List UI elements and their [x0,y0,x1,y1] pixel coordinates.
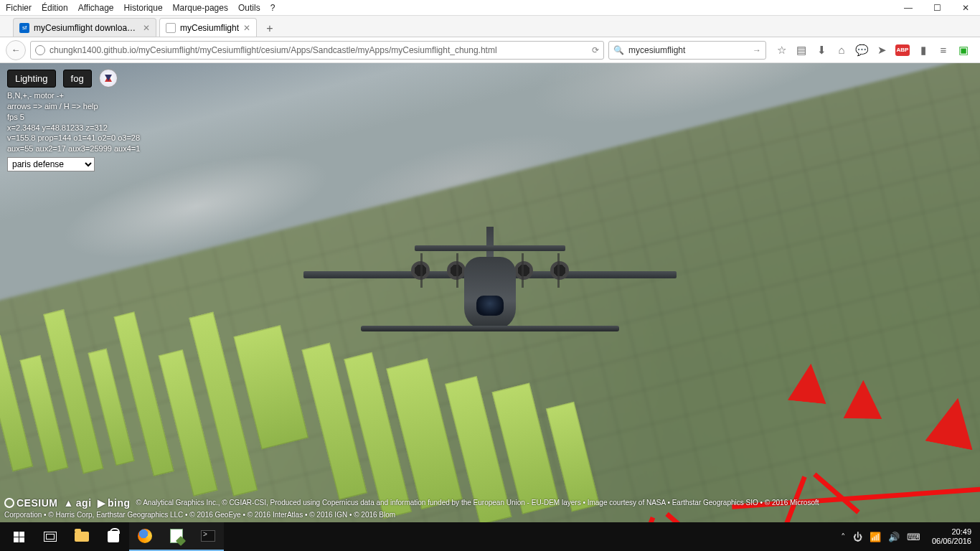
fog-button[interactable]: fog [63,70,92,88]
menu-help[interactable]: ? [270,3,275,13]
compass-icon[interactable] [99,69,118,88]
notepadpp-button[interactable] [161,522,192,551]
store-button[interactable] [98,522,129,551]
aircraft-model [303,230,677,344]
lighting-button[interactable]: Lighting [7,70,56,88]
tray-power-icon[interactable]: ⏻ [853,532,862,542]
attribution-footer: CESIUM ▲agi ▶bing © Analytical Graphics … [4,496,976,519]
hud-line: arrows => aim / H => help [7,101,140,112]
location-select[interactable]: paris defense [7,157,95,171]
globe-icon [35,45,45,55]
tray-chevron-icon[interactable]: ˄ [841,532,846,542]
overlay-panel: Lighting fog B,N,+,- motor -+ arrows => … [7,69,140,171]
hamburger-menu-icon[interactable]: ≡ [937,44,950,57]
tab-downloads[interactable]: sf myCesiumflight download... ✕ [13,18,156,37]
page-icon [166,23,176,33]
taskbar-clock[interactable]: 20:49 06/06/2016 [926,527,977,545]
clock-time: 20:49 [932,527,971,537]
attribution-text-2: Corporation • © Harris Corp, Earthstar G… [4,510,976,519]
system-tray[interactable]: ˄ ⏻ 📶 🔊 ⌨ [835,532,926,542]
menu-bookmarks[interactable]: Marque-pages [173,3,228,13]
taskview-button[interactable] [34,522,66,551]
shield-icon[interactable]: ▣ [957,44,970,57]
hud-line: B,N,+,- motor -+ [7,90,140,101]
search-go-icon[interactable]: → [753,45,761,55]
tab-cesiumflight[interactable]: myCesiumflight ✕ [159,18,257,37]
menu-history[interactable]: Historique [124,3,163,13]
menu-file[interactable]: Fichier [6,3,32,13]
window-close-button[interactable]: ✕ [951,0,980,16]
window-maximize-button[interactable]: ☐ [923,0,951,16]
url-text: chungkn1400.github.io/myCesiumflight/myC… [50,45,589,55]
tray-keyboard-icon[interactable]: ⌨ [907,532,920,542]
agi-logo: ▲agi [63,496,91,509]
menu-view[interactable]: Affichage [78,3,114,13]
new-tab-button[interactable]: + [261,21,278,37]
tab-strip: sf myCesiumflight download... ✕ myCesium… [0,16,980,37]
hud-line: fps 5 [7,112,140,123]
cesium-viewport[interactable]: Lighting fog B,N,+,- motor -+ arrows => … [0,63,980,522]
attribution-text-1: © Analytical Graphics Inc., © CGIAR-CSI,… [136,498,976,507]
reload-icon[interactable]: ⟳ [592,45,599,55]
window-minimize-button[interactable]: — [894,0,923,16]
menu-bar: Fichier Édition Affichage Historique Mar… [0,0,980,16]
sourceforge-icon: sf [19,23,29,33]
search-bar[interactable]: 🔍 mycesiumflight → [608,41,766,60]
url-bar[interactable]: chungkn1400.github.io/myCesiumflight/myC… [30,41,604,60]
window-controls: — ☐ ✕ [894,0,980,16]
tab-close-icon[interactable]: ✕ [143,23,150,33]
menu-edit[interactable]: Édition [42,3,68,13]
send-icon[interactable]: ➤ [875,44,888,57]
cesium-logo: CESIUM [4,496,57,509]
hud-line: v=155.8 prop=144 o1=41 o2=0 o3=28 [7,133,140,143]
tab-title: myCesiumflight [180,23,239,33]
explorer-button[interactable] [66,522,98,551]
bing-logo: ▶bing [98,496,131,509]
tray-wifi-icon[interactable]: 📶 [870,532,881,542]
firefox-button[interactable] [129,522,161,551]
cmd-button[interactable] [192,522,224,551]
nav-bar: ← chungkn1400.github.io/myCesiumflight/m… [0,37,980,63]
pocket-icon[interactable]: ▮ [917,44,930,57]
clock-date: 06/06/2016 [932,537,971,546]
adblock-icon[interactable]: ABP [895,44,910,56]
search-text: mycesiumflight [628,45,753,55]
toolbar-icons: ☆ ▤ ⬇ ⌂ 💬 ➤ ABP ▮ ≡ ▣ [771,44,974,57]
menu-tools[interactable]: Outils [238,3,260,13]
tab-close-icon[interactable]: ✕ [243,23,250,33]
tray-volume-icon[interactable]: 🔊 [888,532,900,542]
hud-line: x=2.3484 y=48.81233 z=312 [7,123,140,133]
home-icon[interactable]: ⌂ [835,44,848,57]
chat-icon[interactable]: 💬 [855,44,868,57]
downloads-icon[interactable]: ⬇ [815,44,828,57]
hud-line: aux=55 aux2=17 aux3=25999 aux4=1 [7,143,140,154]
start-button[interactable] [3,522,34,551]
search-icon: 🔍 [613,45,624,55]
tab-title: myCesiumflight download... [34,23,138,33]
taskbar: ˄ ⏻ 📶 🔊 ⌨ 20:49 06/06/2016 [0,522,980,551]
back-button[interactable]: ← [6,40,26,60]
bookmarks-icon[interactable]: ▤ [795,44,808,57]
star-icon[interactable]: ☆ [775,44,788,57]
